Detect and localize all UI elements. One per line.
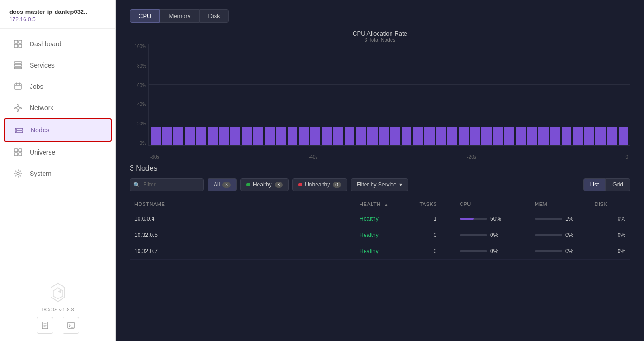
chart-bar <box>436 127 446 145</box>
cell-health: Healthy <box>355 243 415 260</box>
sidebar-item-universe[interactable]: Universe <box>4 142 112 163</box>
filter-service-button[interactable]: Filter by Service ▾ <box>351 178 408 191</box>
cell-hostname: 10.0.0.4 <box>130 211 355 227</box>
table-header: HOSTNAME HEALTH ▲ TASKS CPU MEM DISK <box>130 198 630 211</box>
filter-healthy-label: Healthy <box>253 181 272 188</box>
filter-all-badge: 3 <box>222 182 231 188</box>
chart-tabs: CPU Memory Disk <box>130 9 630 23</box>
sidebar-version: DC/OS v.1.8.8 <box>41 307 74 312</box>
cell-health: Healthy <box>355 227 415 243</box>
svg-point-16 <box>16 131 17 132</box>
svg-point-8 <box>17 106 19 109</box>
chart-bar <box>151 127 161 145</box>
docs-button[interactable] <box>37 317 53 334</box>
chart-bar <box>527 127 537 145</box>
chart-bar <box>356 127 366 145</box>
sort-arrow-health: ▲ <box>384 202 388 207</box>
chart-bar <box>447 127 457 145</box>
sidebar-item-jobs[interactable]: Jobs <box>4 76 112 97</box>
chart-bar <box>242 127 252 145</box>
filter-all-button[interactable]: All 3 <box>208 178 237 191</box>
chart-bar <box>276 127 286 145</box>
cell-cpu: 0% <box>455 227 530 243</box>
chart-bar <box>459 127 469 145</box>
chart-bar <box>402 127 412 145</box>
view-list-button[interactable]: List <box>583 178 606 191</box>
cell-mem: 0% <box>530 227 590 243</box>
table-row[interactable]: 10.0.0.4 Healthy 1 50% 1% 0% <box>130 211 630 227</box>
svg-rect-2 <box>14 44 18 48</box>
chart-bar <box>265 127 275 145</box>
sidebar-item-nodes[interactable]: Nodes <box>4 118 112 142</box>
sidebar-footer: DC/OS v.1.8.8 <box>0 273 115 341</box>
svg-rect-1 <box>19 40 22 43</box>
nodes-count-title: 3 Nodes <box>130 164 630 173</box>
svg-point-10 <box>18 111 19 112</box>
dashboard-icon <box>13 39 23 49</box>
filter-healthy-button[interactable]: Healthy 3 <box>240 178 289 191</box>
sidebar-item-system[interactable]: System <box>4 163 112 184</box>
nodes-table-body: 10.0.0.4 Healthy 1 50% 1% 0% 10.32.0.5 H… <box>130 211 630 260</box>
svg-rect-6 <box>14 67 22 69</box>
sidebar-item-dashboard[interactable]: Dashboard <box>4 33 112 55</box>
chart-bar <box>413 127 423 145</box>
chart-bar <box>550 127 560 145</box>
universe-icon <box>13 147 23 157</box>
sidebar-item-label-services: Services <box>30 62 55 69</box>
tab-cpu[interactable]: CPU <box>130 9 160 23</box>
svg-rect-20 <box>19 153 22 156</box>
chart-bar <box>208 127 218 145</box>
cell-hostname: 10.32.0.5 <box>130 227 355 243</box>
chevron-down-icon: ▾ <box>399 181 402 188</box>
cell-disk: 0% <box>590 211 630 227</box>
svg-rect-4 <box>14 62 22 63</box>
chart-bar <box>481 127 492 145</box>
chart-bar <box>424 127 435 145</box>
chart-section: CPU Memory Disk CPU Allocation Rate 3 To… <box>116 0 644 164</box>
chart-bar <box>219 127 229 145</box>
sidebar-item-network[interactable]: Network <box>4 97 112 118</box>
view-grid-button[interactable]: Grid <box>606 178 630 191</box>
cell-disk: 0% <box>590 243 630 260</box>
chart-bar <box>173 127 183 145</box>
filter-input[interactable] <box>130 178 204 191</box>
table-row[interactable]: 10.32.0.5 Healthy 0 0% 0% 0% <box>130 227 630 243</box>
chart-bar <box>390 127 400 145</box>
chart-bar <box>310 127 321 145</box>
chart-y-labels: 100% 80% 60% 40% 20% 0% <box>130 44 146 146</box>
svg-rect-5 <box>14 64 22 66</box>
chart-bar <box>345 127 355 145</box>
tab-memory[interactable]: Memory <box>160 9 199 23</box>
svg-point-12 <box>21 107 22 109</box>
chart-bar <box>367 127 378 145</box>
chart-x-labels: -60s -40s -20s 0 <box>148 155 630 160</box>
svg-rect-0 <box>14 40 18 43</box>
chart-bar <box>288 127 298 145</box>
sidebar-item-services[interactable]: Services <box>4 55 112 76</box>
cell-health: Healthy <box>355 211 415 227</box>
cell-mem: 0% <box>530 243 590 260</box>
col-header-health[interactable]: HEALTH ▲ <box>355 198 415 211</box>
chart-title: CPU Allocation Rate 3 Total Nodes <box>353 30 407 43</box>
terminal-button[interactable] <box>63 317 79 334</box>
sidebar-bottom-actions <box>37 317 79 334</box>
nodes-table: HOSTNAME HEALTH ▲ TASKS CPU MEM DISK 10.… <box>130 198 630 260</box>
sidebar-hostname: dcos-master-ip-danlep032... <box>9 8 106 15</box>
chart-bar <box>584 127 594 145</box>
search-icon: 🔍 <box>133 182 140 188</box>
cell-mem: 1% <box>530 211 590 227</box>
tab-disk[interactable]: Disk <box>199 9 228 23</box>
chart-bar <box>196 127 207 145</box>
chart-bar <box>322 127 332 145</box>
filter-unhealthy-button[interactable]: Unhealthy 0 <box>292 178 347 191</box>
chart-bar <box>562 127 572 145</box>
table-row[interactable]: 10.32.0.7 Healthy 0 0% 0% 0% <box>130 243 630 260</box>
sidebar-item-label-nodes: Nodes <box>31 126 49 134</box>
chart-bar <box>253 127 264 145</box>
chart-bar <box>619 127 629 145</box>
sidebar-ip: 172.16.0.5 <box>9 16 106 23</box>
cell-hostname: 10.32.0.7 <box>130 243 355 260</box>
svg-point-15 <box>16 129 17 130</box>
sidebar-item-label-universe: Universe <box>30 149 55 156</box>
chart-subtitle: 3 Total Nodes <box>353 37 407 43</box>
